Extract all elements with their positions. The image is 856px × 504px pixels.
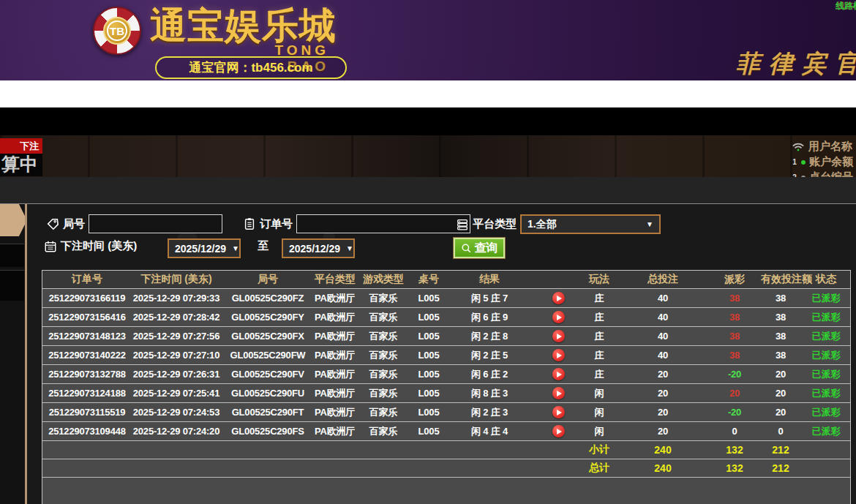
cell-game-type: 百家乐 — [353, 387, 414, 400]
cell-result: 闲 6 庄 9 — [443, 311, 536, 324]
date-from-select[interactable]: 2025/12/29 — [168, 238, 241, 258]
official-site-url[interactable]: 通宝官网：tb456.com — [189, 59, 312, 76]
cell-result: 闲 5 庄 7 — [443, 292, 536, 305]
cell-status: 已派彩 — [800, 292, 852, 305]
bet-status-box: 下注 算中 — [0, 138, 42, 176]
cell-play: 庄 — [581, 330, 617, 343]
platform-type-value: 1.全部 — [528, 218, 557, 231]
order-no-input[interactable] — [296, 214, 470, 233]
cell-play: 庄 — [581, 292, 617, 305]
cell-game-no: GL00525C290FV — [221, 369, 315, 380]
col-payout: 派彩 — [708, 273, 761, 286]
cell-play: 庄 — [581, 349, 617, 362]
search-button[interactable]: 查询 — [454, 238, 505, 258]
platform-type-select[interactable]: 1.全部 — [520, 214, 661, 234]
col-play: 玩法 — [581, 273, 617, 286]
subtotal-payout: 132 — [708, 444, 761, 456]
cell-payout: -20 — [708, 369, 761, 380]
clipboard-icon — [243, 217, 256, 230]
cell-bet-time: 2025-12-29 07:25:41 — [132, 388, 221, 399]
cell-valid-bet: 38 — [761, 293, 800, 304]
cell-payout: 38 — [708, 331, 761, 342]
cell-valid-bet: 20 — [761, 407, 800, 418]
cell-valid-bet: 38 — [761, 350, 800, 361]
username-row: 用户名称 — [792, 139, 856, 154]
replay-play-icon[interactable] — [552, 349, 565, 361]
game-no-label: 局号 — [63, 217, 85, 231]
cell-order-no: 251229073115519 — [42, 407, 132, 418]
official-site-pill: 通宝官网：tb456.com — [155, 56, 347, 79]
table-row: 251229073166119 2025-12-29 07:29:33 GL00… — [42, 288, 850, 307]
cell-replay — [536, 368, 581, 380]
cell-replay — [536, 292, 581, 304]
table-empty-footer — [42, 477, 850, 504]
grand-total-row: 总计 240 132 212 — [42, 459, 850, 477]
cell-play: 闲 — [581, 425, 617, 438]
date-to-value: 2025/12/29 — [289, 243, 340, 255]
cell-payout: 38 — [708, 312, 761, 323]
date-to-select[interactable]: 2025/12/29 — [282, 238, 355, 258]
table-row: 251229073115519 2025-12-29 07:24:53 GL00… — [42, 402, 850, 421]
cell-order-no: 251229073148123 — [42, 331, 132, 342]
cell-order-no: 251229073109448 — [42, 426, 132, 437]
table-row: 251229073156416 2025-12-29 07:28:42 GL00… — [42, 307, 850, 326]
replay-play-icon[interactable] — [552, 368, 565, 380]
cell-payout: 38 — [708, 293, 761, 304]
grand-total-total-bet: 240 — [617, 462, 708, 474]
cell-game-no: GL00525C290FU — [221, 388, 315, 399]
route-check-link[interactable]: 线路检 — [836, 0, 856, 12]
subtotal-label: 小计 — [581, 443, 617, 456]
cell-bet-time: 2025-12-29 07:28:42 — [132, 312, 221, 323]
date-from-value: 2025/12/29 — [175, 243, 226, 255]
sidebar-item-stub[interactable] — [0, 270, 24, 301]
cell-status: 已派彩 — [800, 330, 852, 343]
cell-game-type: 百家乐 — [353, 406, 414, 419]
cell-status: 已派彩 — [800, 387, 852, 400]
cell-game-no: GL00525C290FT — [221, 407, 315, 418]
cell-valid-bet: 20 — [761, 388, 800, 399]
cell-valid-bet: 38 — [761, 331, 800, 342]
replay-play-icon[interactable] — [552, 406, 565, 418]
cell-platform: PA欧洲厅 — [315, 387, 353, 400]
replay-play-icon[interactable] — [552, 387, 565, 399]
cell-platform: PA欧洲厅 — [315, 406, 353, 419]
cell-platform: PA欧洲厅 — [315, 330, 353, 343]
cell-game-no: GL00525C290FS — [221, 426, 315, 437]
cell-valid-bet: 38 — [761, 312, 800, 323]
cell-order-no: 251229073166119 — [42, 293, 132, 304]
cell-order-no: 251229073140222 — [42, 350, 132, 361]
subtotal-total-bet: 240 — [617, 444, 708, 456]
cell-order-no: 251229073156416 — [42, 312, 132, 323]
col-order-no: 订单号 — [42, 273, 132, 286]
cell-platform: PA欧洲厅 — [315, 349, 353, 362]
cell-result: 闲 2 庄 5 — [443, 349, 536, 362]
cell-table-no: L005 — [414, 293, 443, 304]
col-total-bet: 总投注 — [617, 273, 708, 286]
cell-game-no: GL00525C290FZ — [221, 293, 315, 304]
cell-total-bet: 40 — [617, 331, 708, 342]
bet-time-label: 下注时间 (美东) — [61, 239, 137, 253]
cell-game-type: 百家乐 — [353, 368, 414, 381]
cell-result: 闲 2 庄 3 — [443, 406, 536, 419]
col-bet-time: 下注时间 (美东) — [132, 273, 221, 286]
replay-play-icon[interactable] — [552, 425, 565, 437]
subtotal-row: 小计 240 132 212 — [42, 440, 850, 459]
search-filter-form: 局号 订单号 平台类型 1.全部 — [27, 204, 856, 270]
balance-label: 账户余额 — [809, 155, 853, 169]
cell-total-bet: 40 — [617, 293, 708, 304]
cell-valid-bet: 0 — [761, 426, 800, 437]
green-dot-icon — [801, 160, 806, 165]
cell-table-no: L005 — [414, 350, 443, 361]
grand-total-payout: 132 — [708, 462, 761, 474]
chip-logo-text: TB — [107, 20, 127, 41]
order-no-label: 订单号 — [260, 217, 293, 231]
cell-replay — [536, 406, 581, 418]
cell-game-type: 百家乐 — [353, 330, 414, 343]
replay-play-icon[interactable] — [552, 311, 565, 323]
sidebar-item-stub[interactable] — [0, 244, 24, 267]
replay-play-icon[interactable] — [552, 292, 565, 304]
replay-play-icon[interactable] — [552, 330, 565, 342]
game-no-input[interactable] — [89, 214, 222, 233]
cell-status: 已派彩 — [800, 311, 852, 324]
cell-bet-time: 2025-12-29 07:27:10 — [132, 350, 221, 361]
